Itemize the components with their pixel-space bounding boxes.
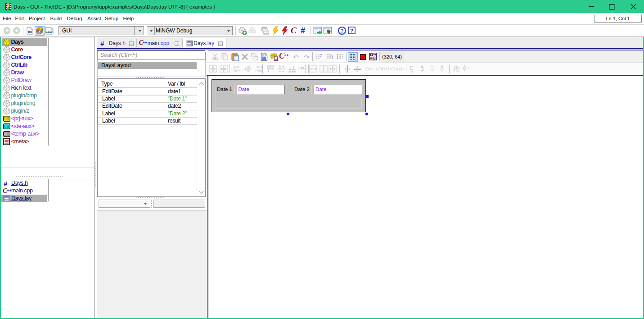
svg-text:1010: 1010: [46, 30, 53, 33]
svg-text:?: ?: [340, 28, 343, 34]
svg-text:?: ?: [350, 28, 353, 33]
svg-text:txt: txt: [28, 30, 32, 33]
